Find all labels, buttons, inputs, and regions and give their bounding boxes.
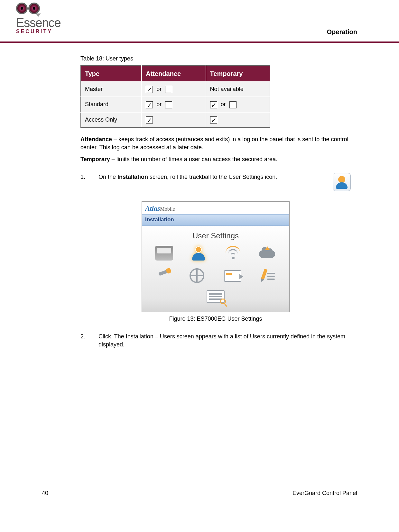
logs-icon [207,290,225,305]
col-attendance: Attendance [142,66,206,82]
figure-caption: Figure 13: ES7000EG User Settings [80,315,351,323]
table-row: Access Only [81,112,270,127]
owl-eyes-icon [16,3,61,14]
cell-temporary: Not available [206,82,270,97]
screenshot-screen-title: User Settings [148,230,283,241]
step-text-pre: On the [98,174,117,180]
cell-temporary [206,112,270,127]
document-title: EverGuard Control Panel [292,490,357,497]
globe-icon [190,268,208,283]
wireless-icon [225,246,241,261]
person-head-icon [338,176,345,183]
or-text: or [156,86,162,92]
user-settings-icon [333,173,351,191]
cell-type: Master [81,82,142,97]
checkbox-empty-icon [229,101,237,108]
cell-temporary: or [206,97,270,112]
logo: Essence SECURITY [16,3,61,34]
page-number: 40 [42,490,48,497]
user-types-table: Type Attendance Temporary Master or Not … [80,65,270,128]
brand-atlas: Atlas [145,204,160,212]
steps-list: 1. On the Installation screen, roll the … [80,173,351,191]
table-caption: Table 18: User types [80,55,351,63]
screenshot-body: User Settings [142,226,289,312]
tools-icon [156,268,172,283]
brand-mobile: Mobile [160,206,175,212]
logo-main: Essence [16,17,61,29]
step-text-post: screen, roll the trackball to the User S… [148,174,277,180]
or-text: or [221,101,226,107]
content-area: Table 18: User types Type Attendance Tem… [80,55,351,354]
step-item: 1. On the Installation screen, roll the … [80,173,351,191]
screenshot-titlebar: AtlasMobile [142,202,289,214]
checkbox-checked-icon [210,116,217,124]
cell-attendance: or [142,97,206,112]
step-number: 1. [80,173,98,191]
checkbox-checked-icon [210,101,217,108]
table-row: Master or Not available [81,82,270,97]
definitions: Attendance – keeps track of access (entr… [80,135,351,164]
col-temporary: Temporary [206,66,270,82]
screenshot-brand: AtlasMobile [142,202,178,214]
device-settings-icon [155,246,173,261]
definition-text: – limits the number of times a user can … [110,156,277,162]
screenshot-subbar: Installation [142,214,289,226]
cell-type: Access Only [81,112,142,127]
steps-list-cont: 2. Click. The Installation – Users scree… [80,333,351,349]
cell-attendance [142,112,206,127]
checkbox-empty-icon [165,101,172,108]
col-type: Type [81,66,142,82]
logo-text: Essence SECURITY [16,17,61,34]
section-title: Operation [327,28,357,36]
cloud-upload-icon [258,246,276,261]
checkbox-checked-icon [146,101,153,108]
cell-type: Standard [81,97,142,112]
step-body: On the Installation screen, roll the tra… [98,173,351,191]
card-icon [224,268,242,283]
definition-label: Temporary [80,156,110,162]
definition-temporary: Temporary – limits the number of times a… [80,155,351,163]
person-body-icon [336,182,348,189]
logo-sub: SECURITY [16,29,61,34]
checkbox-checked-icon [146,116,153,124]
or-text: or [156,101,162,107]
checkbox-checked-icon [146,86,153,93]
definition-text: – keeps track of access (entrances and e… [80,136,348,151]
installation-screenshot: AtlasMobile Installation User Settings [142,201,290,312]
step-item: 2. Click. The Installation – Users scree… [80,333,351,349]
screenshot-bottom-row [148,290,283,305]
step-body: Click. The Installation – Users screen a… [98,333,351,349]
step-text-bold: Installation [117,174,148,180]
edit-icon [260,268,275,283]
eye-icon [16,3,28,14]
screenshot-icon-grid [148,246,283,283]
definition-attendance: Attendance – keeps track of access (entr… [80,135,351,151]
definition-label: Attendance [80,136,112,142]
checkbox-empty-icon [165,86,172,93]
table-row: Standard or or [81,97,270,112]
step-number: 2. [80,333,98,349]
eye-icon [28,3,40,14]
page-header: Essence SECURITY Operation [0,0,399,43]
cell-attendance: or [142,82,206,97]
page-footer: 40 EverGuard Control Panel [42,490,357,497]
user-settings-icon [190,246,208,261]
